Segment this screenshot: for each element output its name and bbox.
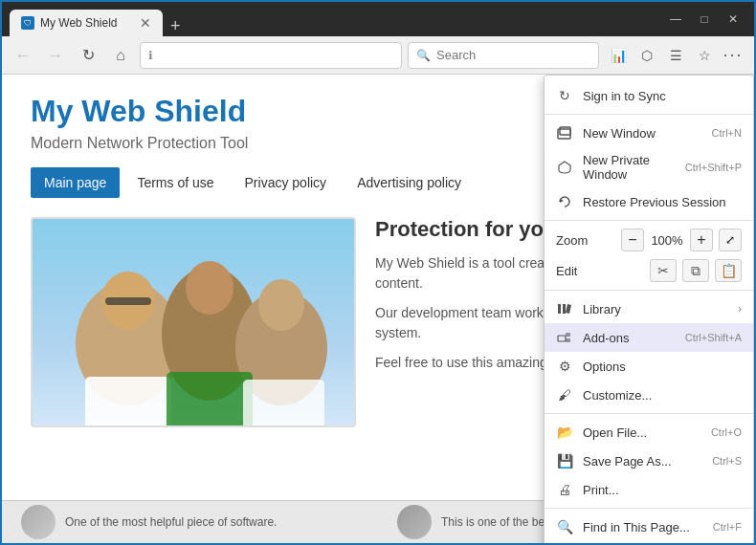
cut-button[interactable]: ✂ [650,259,677,282]
minimize-button[interactable]: — [662,9,689,30]
title-bar: 🛡 My Web Shield ✕ + — □ ✕ [2,2,754,36]
search-box[interactable]: 🔍 [408,42,599,69]
menu-item-customize[interactable]: 🖌 Customize... [545,381,753,409]
zoom-row: Zoom − 100% + ⤢ [545,225,753,255]
forward-button[interactable]: → [42,42,69,69]
svg-rect-9 [167,372,253,427]
customize-icon: 🖌 [556,386,573,403]
new-window-label: New Window [583,126,702,141]
menu-item-library[interactable]: Library › [545,294,753,323]
star-icon[interactable]: ☆ [691,42,718,69]
nav-main-page[interactable]: Main page [31,167,120,198]
menu-item-new-window[interactable]: New Window Ctrl+N [545,119,753,147]
testimonial-avatar-2 [397,505,432,539]
addons-icon [556,329,573,346]
library-arrow: › [738,302,742,316]
copy-button[interactable]: ⧉ [682,259,709,282]
menu-item-private-window[interactable]: New Private Window Ctrl+Shift+P [545,147,753,187]
menu-item-save-page[interactable]: 💾 Save Page As... Ctrl+S [545,447,753,475]
addons-shortcut: Ctrl+Shift+A [685,332,742,343]
reader-icon[interactable]: ☰ [662,42,689,69]
save-page-icon: 💾 [556,452,573,469]
svg-rect-17 [566,333,570,337]
menu-item-print[interactable]: 🖨 Print... [545,475,753,504]
new-tab-button[interactable]: + [163,16,189,36]
zoom-expand-button[interactable]: ⤢ [719,229,742,251]
separator-5 [545,508,753,509]
svg-rect-10 [243,380,324,427]
edit-row: Edit ✂ ⧉ 📋 [545,255,753,286]
back-button[interactable]: ← [10,42,36,69]
svg-rect-18 [566,338,570,342]
menu-item-open-file[interactable]: 📂 Open File... Ctrl+O [545,418,753,447]
lock-icon: ℹ [148,49,153,62]
tab-bar: 🛡 My Web Shield ✕ + [10,2,651,36]
testimonial-avatar-1 [21,505,56,539]
svg-point-4 [186,261,233,315]
svg-rect-15 [563,304,566,314]
menu-item-options[interactable]: ⚙ Options [545,352,753,381]
testimonial-text-1: One of the most helpful piece of softwar… [65,515,277,529]
tab-close-btn[interactable]: ✕ [140,15,151,31]
svg-rect-8 [85,377,171,427]
hero-image-inner [33,219,354,425]
find-shortcut: Ctrl+F [713,521,742,533]
edit-label: Edit [556,264,644,278]
svg-rect-16 [558,336,566,341]
svg-rect-12 [560,127,570,135]
save-page-shortcut: Ctrl+S [712,455,742,467]
active-tab[interactable]: 🛡 My Web Shield ✕ [10,10,163,36]
home-button[interactable]: ⌂ [107,42,134,69]
nav-advertising[interactable]: Advertising policy [344,167,475,198]
zoom-minus-button[interactable]: − [621,229,644,251]
new-window-shortcut: Ctrl+N [712,127,742,139]
nav-terms[interactable]: Terms of use [123,167,227,198]
find-label: Find in This Page... [583,520,703,534]
svg-point-6 [258,279,304,331]
tab-title: My Web Shield [40,16,117,30]
refresh-button[interactable]: ↻ [75,42,101,69]
customize-label: Customize... [583,388,742,403]
options-icon: ⚙ [556,358,573,375]
separator-3 [545,290,753,291]
menu-item-addons[interactable]: Add-ons Ctrl+Shift+A [545,323,753,352]
menu-item-find[interactable]: 🔍 Find in This Page... Ctrl+F [545,512,753,541]
nav-privacy[interactable]: Privacy policy [232,167,341,198]
menu-button[interactable]: ··· [720,42,746,69]
library-icon [556,300,573,317]
bookmarks-icon[interactable]: 📊 [605,42,632,69]
close-button[interactable]: ✕ [720,9,746,30]
pocket-icon[interactable]: ⬡ [634,42,660,69]
menu-item-sync[interactable]: ↻ Sign in to Sync [545,81,753,110]
window-controls: — □ ✕ [662,9,746,30]
separator-4 [545,413,753,414]
firefox-menu: ↻ Sign in to Sync New Window Ctrl+N New … [544,75,754,543]
paste-button[interactable]: 📋 [715,259,742,282]
maximize-button[interactable]: □ [691,9,718,30]
separator-1 [545,114,753,115]
svg-rect-14 [558,304,561,314]
browser-window: 🛡 My Web Shield ✕ + — □ ✕ ← → ↻ ⌂ ℹ 🔍 📊 … [0,0,756,545]
print-icon: 🖨 [556,481,573,498]
open-file-label: Open File... [583,425,701,440]
menu-item-restore[interactable]: Restore Previous Session [545,187,753,216]
search-icon: 🔍 [416,49,431,62]
sync-icon: ↻ [556,87,573,104]
save-page-label: Save Page As... [583,454,702,469]
tab-favicon: 🛡 [21,16,34,30]
private-icon [556,159,573,176]
page-content: My Web Shield Modern Network Protection … [2,75,754,543]
private-window-shortcut: Ctrl+Shift+P [685,162,742,173]
address-bar[interactable]: ℹ [140,42,402,69]
zoom-controls: − 100% + ⤢ [621,229,742,251]
nav-icons: 📊 ⬡ ☰ ☆ ··· [605,42,746,69]
nav-bar: ← → ↻ ⌂ ℹ 🔍 📊 ⬡ ☰ ☆ ··· [2,36,754,75]
hero-image [31,217,356,427]
zoom-value: 100% [650,233,684,248]
zoom-plus-button[interactable]: + [690,229,713,251]
zoom-label: Zoom [556,233,615,248]
new-window-icon [556,124,573,142]
menu-item-more[interactable]: More › [545,541,753,543]
search-input[interactable] [436,48,570,62]
separator-2 [545,220,753,221]
